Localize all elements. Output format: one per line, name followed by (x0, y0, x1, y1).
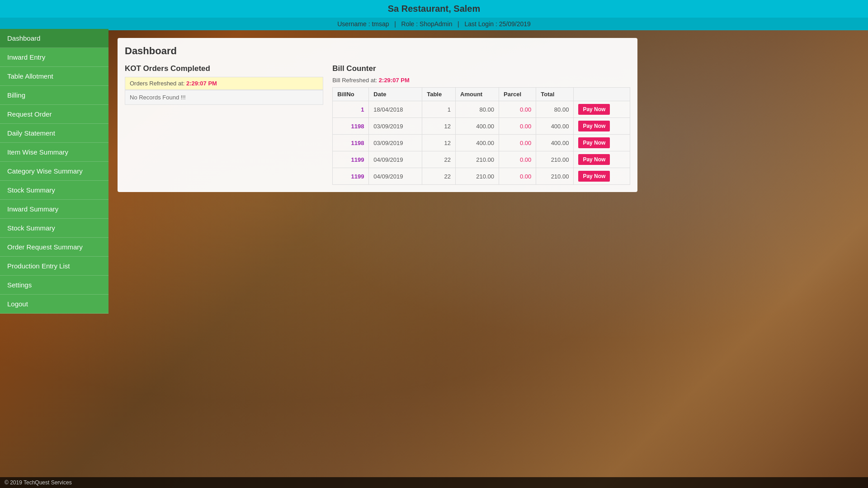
cell-table: 12 (422, 135, 456, 151)
cell-table: 22 (422, 151, 456, 168)
dashboard-title: Dashboard (125, 45, 630, 57)
cell-action: Pay Now (574, 151, 630, 168)
cell-total: 400.00 (536, 118, 574, 135)
sidebar-item-stock-summary-1[interactable]: Stock Summary (0, 181, 108, 200)
pay-now-button[interactable]: Pay Now (578, 154, 610, 165)
cell-billno: 1198 (333, 118, 369, 135)
bill-refresh-label: Bill Refreshed at: (332, 77, 377, 84)
cell-total: 210.00 (536, 151, 574, 168)
cell-parcel: 0.00 (499, 168, 536, 185)
bill-counter-panel: Bill Counter Bill Refreshed at: 2:29:07 … (332, 64, 630, 185)
last-login-label: Last Login : (464, 20, 497, 28)
cell-parcel: 0.00 (499, 118, 536, 135)
footer: © 2019 TechQuest Services (0, 477, 868, 488)
pay-now-button[interactable]: Pay Now (578, 121, 610, 131)
pay-now-button[interactable]: Pay Now (578, 104, 610, 115)
pay-now-button[interactable]: Pay Now (578, 137, 610, 148)
panels-row: KOT Orders Completed Orders Refreshed at… (125, 64, 630, 185)
sidebar-item-billing[interactable]: Billing (0, 86, 108, 105)
sidebar-item-order-request-summary[interactable]: Order Request Summary (0, 238, 108, 257)
table-row: 1199 04/09/2019 22 210.00 0.00 210.00 Pa… (333, 151, 630, 168)
bill-table-header: BillNo Date Table Amount Parcel Total (333, 88, 630, 101)
username-value: tmsap (372, 20, 389, 28)
col-date: Date (369, 88, 422, 101)
app-title-bar: Sa Restaurant, Salem (0, 0, 868, 18)
pay-now-button[interactable]: Pay Now (578, 171, 610, 182)
table-row: 1199 04/09/2019 22 210.00 0.00 210.00 Pa… (333, 168, 630, 185)
kot-refresh-time: 2:29:07 PM (186, 80, 217, 87)
separator-1: | (394, 20, 396, 28)
cell-parcel: 0.00 (499, 101, 536, 118)
cell-table: 1 (422, 101, 456, 118)
cell-billno: 1199 (333, 151, 369, 168)
cell-date: 18/04/2018 (369, 101, 422, 118)
sidebar-item-category-wise-summary[interactable]: Category Wise Summary (0, 162, 108, 181)
last-login-value: 25/09/2019 (499, 20, 531, 28)
cell-amount: 400.00 (456, 135, 499, 151)
cell-table: 22 (422, 168, 456, 185)
sidebar-item-request-order[interactable]: Request Order (0, 105, 108, 124)
bill-table: BillNo Date Table Amount Parcel Total 1 … (332, 87, 630, 185)
kot-refresh-info: Orders Refreshed at: 2:29:07 PM (125, 77, 323, 90)
sidebar-item-logout[interactable]: Logout (0, 295, 108, 314)
cell-amount: 210.00 (456, 168, 499, 185)
cell-total: 80.00 (536, 101, 574, 118)
table-row: 1 18/04/2018 1 80.00 0.00 80.00 Pay Now (333, 101, 630, 118)
sidebar-item-dashboard[interactable]: Dashboard (0, 29, 108, 48)
app-title: Sa Restaurant, Salem (388, 4, 481, 14)
cell-date: 03/09/2019 (369, 118, 422, 135)
col-parcel: Parcel (499, 88, 536, 101)
sidebar-item-settings[interactable]: Settings (0, 276, 108, 295)
cell-billno: 1198 (333, 135, 369, 151)
cell-parcel: 0.00 (499, 135, 536, 151)
user-info-bar: Username : tmsap | Role : ShopAdmin | La… (0, 18, 868, 30)
footer-text: © 2019 TechQuest Services (5, 479, 72, 486)
cell-action: Pay Now (574, 118, 630, 135)
sidebar-item-table-allotment[interactable]: Table Allotment (0, 67, 108, 86)
bill-table-body: 1 18/04/2018 1 80.00 0.00 80.00 Pay Now … (333, 101, 630, 185)
sidebar-item-item-wise-summary[interactable]: Item Wise Summary (0, 143, 108, 162)
bill-table-header-row: BillNo Date Table Amount Parcel Total (333, 88, 630, 101)
cell-action: Pay Now (574, 168, 630, 185)
sidebar-item-inward-entry[interactable]: Inward Entry (0, 48, 108, 67)
cell-amount: 400.00 (456, 118, 499, 135)
col-table: Table (422, 88, 456, 101)
kot-title: KOT Orders Completed (125, 64, 323, 73)
sidebar-item-production-entry-list[interactable]: Production Entry List (0, 257, 108, 276)
bill-refresh-info: Bill Refreshed at: 2:29:07 PM (332, 77, 630, 84)
col-amount: Amount (456, 88, 499, 101)
bill-counter-title: Bill Counter (332, 64, 630, 73)
sidebar-item-inward-summary[interactable]: Inward Summary (0, 200, 108, 219)
col-total: Total (536, 88, 574, 101)
separator-2: | (458, 20, 459, 28)
sidebar-item-daily-statement[interactable]: Daily Statement (0, 124, 108, 143)
sidebar: DashboardInward EntryTable AllotmentBill… (0, 29, 108, 314)
username-label: Username : (337, 20, 370, 28)
table-row: 1198 03/09/2019 12 400.00 0.00 400.00 Pa… (333, 135, 630, 151)
cell-date: 04/09/2019 (369, 151, 422, 168)
kot-refresh-label: Orders Refreshed at: (130, 80, 184, 87)
cell-date: 03/09/2019 (369, 135, 422, 151)
kot-panel: KOT Orders Completed Orders Refreshed at… (125, 64, 323, 185)
cell-parcel: 0.00 (499, 151, 536, 168)
main-content: Dashboard KOT Orders Completed Orders Re… (108, 29, 868, 488)
cell-table: 12 (422, 118, 456, 135)
col-action (574, 88, 630, 101)
cell-amount: 80.00 (456, 101, 499, 118)
col-billno: BillNo (333, 88, 369, 101)
cell-total: 210.00 (536, 168, 574, 185)
cell-date: 04/09/2019 (369, 168, 422, 185)
bill-refresh-time: 2:29:07 PM (379, 77, 410, 84)
cell-billno: 1 (333, 101, 369, 118)
role-label: Role : (401, 20, 418, 28)
sidebar-item-stock-summary-2[interactable]: Stock Summary (0, 219, 108, 238)
dashboard-panel: Dashboard KOT Orders Completed Orders Re… (118, 38, 637, 192)
cell-billno: 1199 (333, 168, 369, 185)
cell-amount: 210.00 (456, 151, 499, 168)
cell-action: Pay Now (574, 101, 630, 118)
cell-action: Pay Now (574, 135, 630, 151)
role-value: ShopAdmin (420, 20, 452, 28)
kot-no-records: No Records Found !!! (125, 90, 323, 105)
table-row: 1198 03/09/2019 12 400.00 0.00 400.00 Pa… (333, 118, 630, 135)
cell-total: 400.00 (536, 135, 574, 151)
